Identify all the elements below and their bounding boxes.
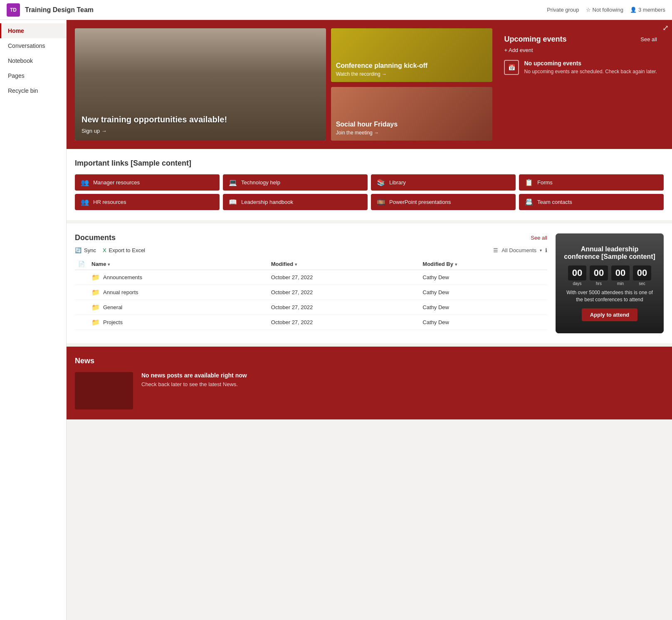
add-event-button[interactable]: + Add event <box>504 47 657 53</box>
sidebar-item-conversations[interactable]: Conversations <box>0 38 66 53</box>
hero-sub-link-social[interactable]: Join the meeting → <box>336 130 488 136</box>
calendar-symbol: 📅 <box>508 64 515 71</box>
countdown-sec: 00 sec <box>633 265 651 286</box>
manager-resources-icon: 👥 <box>81 179 89 186</box>
countdown-days-value: 00 <box>568 265 586 280</box>
sidebar-item-recycle-bin[interactable]: Recycle bin <box>0 83 66 98</box>
modified-by-sort-icon: ▾ <box>455 262 457 267</box>
file-header-icon: 📄 <box>78 261 85 267</box>
page-title: Training Design Team <box>25 6 547 14</box>
leadership-handbook-icon: 📖 <box>229 198 237 206</box>
link-leadership-handbook[interactable]: 📖 Leadership handbook <box>223 194 368 210</box>
following-button[interactable]: ☆ Not following <box>586 7 623 13</box>
modified-by-cell: Cathy Dew <box>419 300 547 315</box>
link-hr-resources[interactable]: 👥 HR resources <box>75 194 220 210</box>
top-bar: TD Training Design Team Private group ☆ … <box>0 0 672 20</box>
folder-icon: 📁 <box>91 273 100 281</box>
link-team-contacts[interactable]: 📇 Team contacts <box>519 194 664 210</box>
info-icon[interactable]: ℹ <box>545 247 547 253</box>
news-title: News <box>75 357 664 365</box>
modified-date-cell: October 27, 2022 <box>268 315 420 330</box>
file-icon-header: 📄 <box>75 258 88 270</box>
sidebar-item-notebook[interactable]: Notebook <box>0 53 66 68</box>
folder-name-cell[interactable]: 📁 General <box>88 300 268 315</box>
table-row: 📁 Projects October 27, 2022 Cathy Dew <box>75 315 547 330</box>
folder-name-cell[interactable]: 📁 Annual reports <box>88 285 268 300</box>
members-button[interactable]: 👤 3 members <box>630 7 665 13</box>
hero-right-cards: Conference planning kick-off Watch the r… <box>331 28 493 141</box>
folder-icon: 📁 <box>91 318 100 326</box>
conference-card-content: Annual leadership conference [Sample con… <box>556 233 664 333</box>
link-manager-resources[interactable]: 👥 Manager resources <box>75 174 220 191</box>
table-row: 📁 Annual reports October 27, 2022 Cathy … <box>75 285 547 300</box>
news-no-posts-desc: Check back later to see the latest News. <box>141 381 247 387</box>
modified-by-cell: Cathy Dew <box>419 285 547 300</box>
apply-to-attend-button[interactable]: Apply to attend <box>582 308 638 321</box>
export-excel-button[interactable]: X Export to Excel <box>103 247 145 253</box>
sync-button[interactable]: 🔄 Sync <box>75 247 96 253</box>
layout: Home Conversations Notebook Pages Recycl… <box>0 20 672 620</box>
conference-title: Annual leadership conference [Sample con… <box>564 246 655 260</box>
top-bar-actions: Private group ☆ Not following 👤 3 member… <box>547 7 665 13</box>
countdown-min: 00 min <box>611 265 630 286</box>
countdown-days-label: days <box>568 281 586 286</box>
avatar: TD <box>7 3 20 17</box>
hero-card-link[interactable]: Sign up → <box>82 128 319 134</box>
modified-sort-icon: ▾ <box>295 262 297 267</box>
countdown-timer: 00 days 00 hrs 00 min 00 <box>568 265 651 286</box>
team-contacts-icon: 📇 <box>525 198 533 206</box>
hero-card-conference: Conference planning kick-off Watch the r… <box>331 28 493 82</box>
countdown-sec-label: sec <box>633 281 651 286</box>
folder-name-cell[interactable]: 📁 Projects <box>88 315 268 330</box>
link-powerpoint-presentations[interactable]: 🎞️ PowerPoint presentations <box>371 194 516 210</box>
folder-icon: 📁 <box>91 303 100 311</box>
modified-column-header[interactable]: Modified ▾ <box>268 258 420 270</box>
sidebar-item-pages[interactable]: Pages <box>0 68 66 83</box>
links-grid: 👥 Manager resources 💻 Technology help 📚 … <box>75 174 664 210</box>
hero-sub-title-social: Social hour Fridays <box>336 121 488 128</box>
main-content: ⤢ New training opportunities available! … <box>67 20 672 620</box>
folder-name-cell[interactable]: 📁 Announcements <box>88 270 268 285</box>
countdown-min-value: 00 <box>611 265 630 280</box>
news-section: News No news posts are available right n… <box>67 347 672 419</box>
table-row: 📁 Announcements October 27, 2022 Cathy D… <box>75 270 547 285</box>
modified-by-column-header[interactable]: Modified By ▾ <box>419 258 547 270</box>
filter-icon: ☰ <box>493 247 498 253</box>
hero-sub-link-conference[interactable]: Watch the recording → <box>336 71 488 77</box>
hero-banner: ⤢ New training opportunities available! … <box>67 20 672 149</box>
sidebar-item-home[interactable]: Home <box>0 23 66 38</box>
hero-card-social: Social hour Fridays Join the meeting → <box>331 87 493 141</box>
file-icon-cell <box>75 300 88 315</box>
name-column-header[interactable]: Name ▾ <box>88 258 268 270</box>
chevron-down-icon: ▾ <box>540 248 542 253</box>
countdown-sec-value: 00 <box>633 265 651 280</box>
documents-left: Documents See all 🔄 Sync X Export to Exc… <box>75 233 547 333</box>
table-row: 📁 General October 27, 2022 Cathy Dew <box>75 300 547 315</box>
link-forms[interactable]: 📋 Forms <box>519 174 664 191</box>
news-text: No news posts are available right now Ch… <box>141 372 247 387</box>
no-events-desc: No upcoming events are scheduled. Check … <box>524 68 657 75</box>
countdown-days: 00 days <box>568 265 586 286</box>
modified-date-cell: October 27, 2022 <box>268 300 420 315</box>
countdown-hrs-label: hrs <box>590 281 608 286</box>
modified-by-cell: Cathy Dew <box>419 270 547 285</box>
upcoming-see-all[interactable]: See all <box>640 36 657 42</box>
library-icon: 📚 <box>377 179 385 186</box>
countdown-hrs: 00 hrs <box>590 265 608 286</box>
sync-icon: 🔄 <box>75 247 82 253</box>
link-library[interactable]: 📚 Library <box>371 174 516 191</box>
modified-date-cell: October 27, 2022 <box>268 285 420 300</box>
sidebar: Home Conversations Notebook Pages Recycl… <box>0 20 67 620</box>
hero-card-training: New training opportunities available! Si… <box>75 28 326 141</box>
powerpoint-icon: 🎞️ <box>377 198 385 206</box>
documents-table: 📄 Name ▾ Modified ▾ Modifie <box>75 258 547 330</box>
countdown-min-label: min <box>611 281 630 286</box>
people-icon: 👤 <box>630 7 637 13</box>
documents-see-all[interactable]: See all <box>531 235 547 241</box>
link-technology-help[interactable]: 💻 Technology help <box>223 174 368 191</box>
folder-icon: 📁 <box>91 288 100 296</box>
no-events-text: No upcoming events No upcoming events ar… <box>524 60 657 75</box>
docs-toolbar: 🔄 Sync X Export to Excel ☰ All Documents… <box>75 247 547 253</box>
hero-card-content: New training opportunities available! Si… <box>82 115 319 134</box>
expand-icon[interactable]: ⤢ <box>662 23 669 32</box>
